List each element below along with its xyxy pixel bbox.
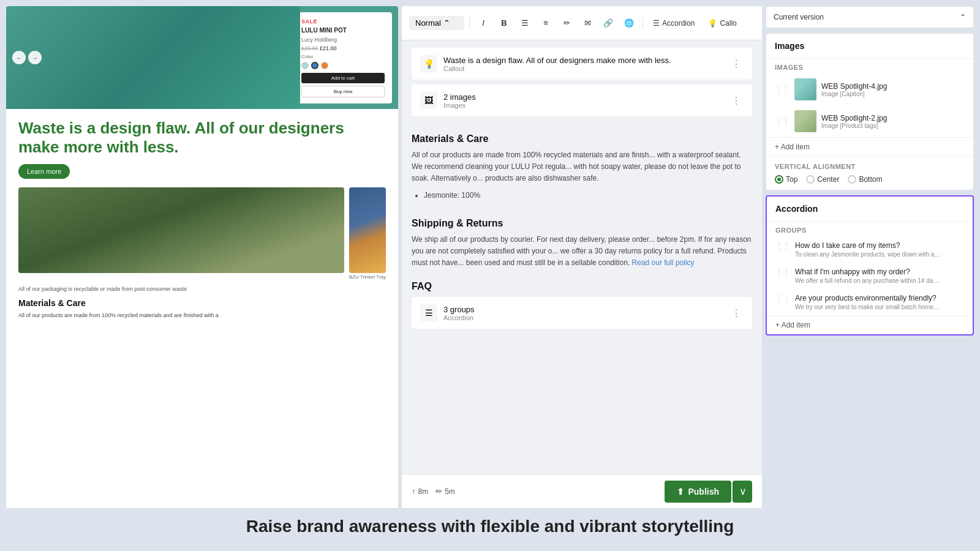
read-time-stat: ↑ 8m [412, 487, 428, 496]
image-row-2[interactable]: ⋮⋮ WEB Spotlight-2.jpg Image [Product ta… [766, 105, 973, 137]
sale-badge: SALE [301, 18, 385, 24]
right-panels: Current version ⌃ Images Images ⋮⋮ WEB S… [766, 6, 974, 502]
faq-accordion-text: 3 groups Accordion [443, 305, 723, 321]
learn-more-button[interactable]: Learn more [18, 164, 70, 179]
accordion-panel: Accordion Groups ⋮⋮ How do I take care o… [766, 195, 974, 335]
materials-bullet-list: Jesmonite: 100% [412, 191, 752, 200]
add-image-item-button[interactable]: + Add item [766, 137, 973, 156]
editor-toolbar: Normal ⌃ I B ☰ ≡ ✏ ✉ 🔗 🌐 ☰ Accordion 💡 C… [402, 6, 762, 40]
drag-handle-accordion-1[interactable]: ⋮⋮ [775, 241, 790, 250]
callout-block[interactable]: 💡 Waste is a design flaw. All of our des… [412, 48, 752, 80]
accordion-section-button[interactable]: ☰ Accordion [648, 17, 699, 30]
accordion-icon: ☰ [653, 19, 660, 28]
drag-handle-2[interactable]: ⋮⋮ [775, 117, 790, 126]
editor-content[interactable]: 💡 Waste is a design flaw. All of our des… [402, 40, 762, 474]
image-type-2: Image [Product tags] [821, 122, 965, 129]
image-type-1: Image [Caption] [821, 91, 965, 97]
bullet-item-jesmonite: Jesmonite: 100% [424, 191, 752, 200]
publish-icon: ⬆ [677, 487, 684, 497]
radio-bottom[interactable] [848, 175, 856, 184]
callout-block-menu[interactable]: ⋮ [729, 56, 744, 71]
alignment-options: Top Center Bottom [775, 175, 965, 184]
shipping-body-content: We ship all of our products by courier. … [412, 235, 752, 267]
carousel-next-button[interactable]: → [28, 51, 42, 64]
accordion-item-1[interactable]: ⋮⋮ How do I take care of my items? To cl… [767, 236, 973, 263]
callout-block-title: Waste is a design flaw. All of our desig… [443, 56, 723, 65]
images-block-title: 2 images [443, 92, 723, 102]
faq-accordion-menu[interactable]: ⋮ [729, 305, 744, 320]
toolbar-divider-1 [469, 17, 470, 29]
publish-dropdown-button[interactable]: ∨ [733, 481, 752, 503]
add-to-cart-button[interactable]: Add to cart [301, 73, 385, 83]
bottom-tagline: Raise brand awareness with flexible and … [0, 502, 980, 551]
carousel-prev-button[interactable]: ← [12, 51, 26, 64]
callout-block-subtitle: Callout [443, 65, 723, 72]
faq-accordion-title: 3 groups [443, 305, 723, 314]
faq-accordion-subtitle: Accordion [443, 314, 723, 321]
images-block-text: 2 images Images [443, 92, 723, 109]
shipping-link[interactable]: Read our full policy [632, 258, 695, 267]
images-panel-header: Images [766, 34, 973, 59]
price-new: £21.00 [320, 45, 337, 51]
image-filename-1: WEB Spotlight-4.jpg [821, 82, 965, 91]
add-accordion-item-label: + Add item [775, 321, 810, 329]
globe-button[interactable]: 🌐 [620, 15, 638, 32]
accordion-item-2[interactable]: ⋮⋮ What if I'm unhappy with my order? We… [767, 263, 973, 289]
images-block[interactable]: 🖼 2 images Images ⋮ [412, 84, 752, 116]
edit-time-stat: ✏ 5m [435, 487, 455, 496]
product-seller: Lucy Holdberg [301, 37, 385, 43]
drag-handle-accordion-3[interactable]: ⋮⋮ [775, 294, 790, 302]
accordion-item-3[interactable]: ⋮⋮ Are your products environmentally fri… [767, 289, 973, 315]
bold-button[interactable]: B [496, 15, 513, 32]
alignment-center-label: Center [817, 175, 839, 184]
swatch-blue[interactable] [311, 62, 318, 69]
bullet-list-button[interactable]: ☰ [516, 15, 533, 32]
alignment-label: Vertical alignment [775, 163, 965, 170]
callout-section-button[interactable]: 💡 Callo [703, 17, 741, 30]
image-grid: BZU Trinket Tray [18, 187, 386, 280]
version-label: Current version [774, 13, 824, 21]
publish-button[interactable]: ⬆ Publish [665, 481, 731, 503]
editor-panel: Normal ⌃ I B ☰ ≡ ✏ ✉ 🔗 🌐 ☰ Accordion 💡 C… [402, 6, 762, 508]
radio-top[interactable] [775, 175, 783, 184]
mail-button[interactable]: ✉ [579, 15, 596, 32]
shipping-body-text: We ship all of our products by courier. … [412, 234, 752, 276]
drag-handle-accordion-2[interactable]: ⋮⋮ [775, 268, 790, 276]
accordion-item-text-1: How do I take care of my items? To clean… [795, 241, 964, 258]
preview-panel: ← → SALE LULU MINI POT Lucy Holdberg £29… [6, 6, 398, 508]
alignment-top[interactable]: Top [775, 175, 797, 184]
radio-center[interactable] [806, 175, 815, 184]
publish-group: ⬆ Publish ∨ [665, 481, 752, 503]
product-info-card: SALE LULU MINI POT Lucy Holdberg £29.00 … [294, 12, 392, 103]
images-block-menu[interactable]: ⋮ [729, 93, 744, 108]
numbered-list-button[interactable]: ≡ [537, 15, 554, 32]
accordion-item-title-2: What if I'm unhappy with my order? [795, 268, 964, 276]
images-block-icon: 🖼 [420, 92, 437, 109]
drag-handle-1[interactable]: ⋮⋮ [775, 85, 790, 94]
version-selector[interactable]: Current version ⌃ [766, 6, 974, 28]
link-button[interactable]: 🔗 [600, 15, 617, 32]
callout-block-text: Waste is a design flaw. All of our desig… [443, 56, 723, 72]
publish-label: Publish [688, 487, 719, 497]
swatch-teal[interactable] [301, 62, 309, 69]
editor-bottom-bar: ↑ 8m ✏ 5m ⬆ Publish ∨ [402, 474, 762, 508]
color-swatches [301, 62, 385, 69]
pencil-button[interactable]: ✏ [558, 15, 575, 32]
alignment-bottom[interactable]: Bottom [848, 175, 882, 184]
faq-section-header: FAQ [412, 275, 752, 297]
product-price: £29.00 £21.00 [301, 45, 385, 51]
image-thumb-1 [794, 78, 816, 100]
accordion-label: Accordion [662, 19, 695, 28]
swatch-orange[interactable] [321, 62, 328, 69]
accordion-item-text-2: What if I'm unhappy with my order? We of… [795, 268, 964, 284]
buy-now-button[interactable]: Buy now [301, 86, 385, 97]
add-accordion-item-button[interactable]: + Add item [767, 315, 973, 334]
image-grid-item-2 [349, 187, 386, 273]
image-info-2: WEB Spotlight-2.jpg Image [Product tags] [821, 114, 965, 129]
image-row-1[interactable]: ⋮⋮ WEB Spotlight-4.jpg Image [Caption] [766, 73, 973, 105]
alignment-center[interactable]: Center [806, 175, 839, 184]
italic-button[interactable]: I [475, 15, 492, 32]
faq-accordion-block[interactable]: ☰ 3 groups Accordion ⋮ [412, 297, 752, 329]
mode-select[interactable]: Normal ⌃ [409, 16, 464, 30]
accordion-item-desc-3: We try our very best to make our small b… [795, 304, 942, 310]
